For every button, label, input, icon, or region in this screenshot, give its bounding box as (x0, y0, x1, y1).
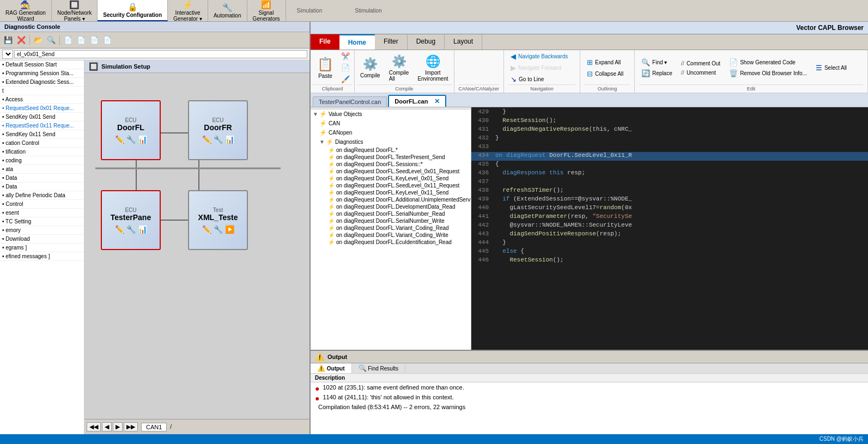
expand-all-button[interactable]: ⊞ Expand All (585, 57, 630, 68)
sim-first-btn[interactable]: ◀◀ (87, 422, 101, 431)
list-item[interactable]: • ata (0, 165, 84, 174)
list-item[interactable]: • Extended Diagnostic Sess... (0, 78, 84, 87)
toolbar-doc1-btn[interactable]: 📄 (62, 35, 74, 45)
nav-back-button[interactable]: ◀ Navigate Backwards (508, 51, 575, 62)
tree-item-diag2[interactable]: ⚡ on diagRequest DoorFL.TesterPresent_Se… (311, 154, 471, 161)
tree-item-diag9[interactable]: ⚡ on diagRequest DoorFL.DevelopmentData_… (311, 203, 471, 210)
list-item[interactable]: • RequestSeed 0x11 Reque... (0, 121, 84, 130)
list-item[interactable]: • TC Setting (0, 217, 84, 226)
tree-item-can[interactable]: ⚡ CAN (311, 119, 471, 128)
sim-last-btn[interactable]: ▶▶ (124, 422, 138, 431)
list-item[interactable]: • ally Define Periodic Data (0, 191, 84, 200)
ribbon-tab-layout[interactable]: Layout (445, 34, 482, 50)
cut-button[interactable]: ✂️ (339, 51, 352, 62)
sim-next-btn[interactable]: ▶ (113, 422, 123, 431)
list-item[interactable]: • Access (0, 95, 84, 104)
list-item[interactable]: • Control (0, 200, 84, 209)
toolbar-doc3-btn[interactable]: 📄 (88, 35, 100, 45)
comment-out-button[interactable]: // Comment Out (679, 59, 723, 68)
filter-dropdown[interactable]: ▾ (2, 50, 13, 59)
ribbon-tab-debug[interactable]: Debug (408, 34, 445, 50)
compile-all-button[interactable]: ⚙️ CompileAll (386, 51, 412, 84)
list-item[interactable]: • RequestSeed 0x01 Reque... (0, 104, 84, 113)
tab-security-config[interactable]: 🔒 Security Configuration (98, 0, 168, 21)
tree-item-value-objects[interactable]: ▼ ⚡ Value Objects (311, 110, 471, 119)
tree-item-diag14[interactable]: ⚡ on diagRequest DoorFL.EcuIdentificatio… (311, 239, 471, 246)
tree-item-diag7[interactable]: ⚡ on diagRequest DoorFL.KeyLevel_0x11_Se… (311, 189, 471, 196)
ecu-doorfl[interactable]: ECU DoorFL ✏️🔧📊 (101, 100, 161, 160)
list-item[interactable]: • coding (0, 156, 84, 165)
toolbar-folder-btn[interactable]: 📂 (32, 35, 44, 45)
file-tab-doorfl[interactable]: DoorFL.can ✕ (388, 95, 446, 107)
tree-item-diag10[interactable]: ⚡ on diagRequest DoorFL.SerialNumber_Rea… (311, 210, 471, 217)
collapse-all-button[interactable]: ⊟ Collapse All (585, 69, 630, 79)
list-item[interactable]: • egrams ] (0, 244, 84, 252)
tree-item-diag6[interactable]: ⚡ on diagRequest DoorFL.SeedLevel_0x11_R… (311, 182, 471, 189)
toolbar-doc2-btn[interactable]: 📄 (75, 35, 87, 45)
list-item[interactable]: • esent (0, 209, 84, 217)
toolbar-doc4-btn[interactable]: 📄 (101, 35, 113, 45)
ecu-doorfr[interactable]: ECU DoorFR ✏️🔧📊 (188, 100, 248, 160)
tree-item-diag12[interactable]: ⚡ on diagRequest DoorFL.Variant_Coding_R… (311, 224, 471, 232)
tree-item-diag5[interactable]: ⚡ on diagRequest DoorFL.KeyLevel_0x01_Se… (311, 175, 471, 182)
list-item[interactable]: • SendKey 0x01 Send (0, 113, 84, 121)
tree-item-diag4[interactable]: ⚡ on diagRequest DoorFL.SeedLevel_0x01_R… (311, 168, 471, 175)
tab-node-network[interactable]: 🔲 Node/NetworkPanels ▾ (52, 0, 98, 21)
tree-item-diag1[interactable]: ⚡ on diagRequest DoorFL.* (311, 147, 471, 154)
nav-forward-button[interactable]: ▶ Navigate Forward (508, 63, 575, 73)
paste-button[interactable]: 📋 Paste (313, 51, 338, 84)
remove-old-button[interactable]: 🗑️ Remove Old Browser Info... (727, 68, 809, 78)
find-button[interactable]: 🔍 Find ▾ (639, 57, 675, 68)
sim-channel-tab[interactable]: / (170, 424, 172, 430)
ribbon-tab-filter[interactable]: Filter (375, 34, 408, 50)
tree-item-diag13[interactable]: ⚡ on diagRequest DoorFL.Variant_Coding_W… (311, 232, 471, 239)
toolbar-close-btn[interactable]: ❌ (15, 35, 27, 45)
list-item[interactable]: • tification (0, 148, 84, 156)
tree-item-diag3[interactable]: ⚡ on diagRequest DoorFL.Sessions::* (311, 161, 471, 168)
tab-close-icon[interactable]: ✕ (434, 98, 440, 105)
list-item[interactable]: • SendKey 0x11 Send (0, 130, 84, 139)
code-editor[interactable]: 429 } 430 ResetSession(); 431 diagSendNe… (471, 107, 868, 350)
uncomment-button[interactable]: // Uncomment (679, 68, 723, 77)
search-input[interactable] (14, 50, 307, 58)
tree-item-canopen[interactable]: ⚡ CANopen (311, 128, 471, 137)
output-tab-output[interactable]: ⚠️ Output (311, 363, 352, 373)
tab-signal-gen[interactable]: 📶 SignalGenerators (247, 0, 286, 21)
output-tab-find-results[interactable]: 🔍 Find Results (352, 363, 405, 373)
tree-item-diag8[interactable]: ⚡ on diagRequest DoorFL.Additional.Unimp… (311, 196, 471, 203)
ribbon-tab-home[interactable]: Home (339, 34, 375, 50)
list-item[interactable]: • efined messages ] (0, 252, 84, 261)
left-list: • Default Session Start • Programming Se… (0, 60, 84, 434)
copy-button[interactable]: 📄 (339, 63, 352, 73)
list-item[interactable]: t (0, 87, 84, 95)
toolbar-save-btn[interactable]: 💾 (2, 35, 14, 45)
list-item[interactable]: • emory (0, 226, 84, 235)
ecu-xml-teste[interactable]: Test XML_Teste ✏️🔧▶️ (188, 190, 248, 250)
tab-automation[interactable]: 🔧 Automation (208, 0, 247, 21)
list-item[interactable]: • Programming Session Sta... (0, 69, 84, 78)
toolbar-search-btn[interactable]: 🔍 (45, 35, 57, 45)
show-generated-button[interactable]: 📄 Show Generated Code (727, 57, 809, 68)
sim-prev-btn[interactable]: ◀ (102, 422, 112, 431)
tab-interactive-gen[interactable]: ⚡ InteractiveGenerator ▾ (168, 0, 208, 21)
file-tab-tester[interactable]: TesterPanelControl.can (313, 96, 387, 107)
list-item[interactable]: • Default Session Start (0, 60, 84, 69)
compile-label: Compile (357, 84, 452, 92)
output-row-2: ● 1140 at (241,11): 'this' not allowed i… (315, 394, 864, 403)
ribbon-tab-file[interactable]: File (311, 34, 339, 50)
list-item[interactable]: • cation Control (0, 139, 84, 148)
select-all-button[interactable]: ☰ Select All (814, 63, 849, 73)
compile-button[interactable]: ⚙️ Compile (357, 51, 384, 84)
list-item[interactable]: • Download (0, 235, 84, 244)
list-item[interactable]: • Data (0, 174, 84, 183)
tree-item-diagnostics[interactable]: ▼ ⚡ Diagnostics (311, 137, 471, 147)
import-env-button[interactable]: 🌐 ImportEnvironment (414, 51, 451, 84)
list-item[interactable]: • Data (0, 183, 84, 191)
tab-rag-wizard[interactable]: 🧙 RAG GenerationWizard (0, 0, 52, 21)
output-row-3: Compilation failed (8:53:41 AM) -- 2 err… (315, 404, 864, 410)
ecu-testerpane[interactable]: ECU TesterPane ✏️🔧📊 (101, 190, 161, 250)
goto-line-button[interactable]: ↘ Go to Line (508, 74, 575, 84)
format-painter-button[interactable]: 🖌️ (339, 74, 352, 84)
replace-button[interactable]: 🔄 Replace (639, 68, 675, 78)
tree-item-diag11[interactable]: ⚡ on diagRequest DoorFL.SerialNumber_Wri… (311, 217, 471, 224)
